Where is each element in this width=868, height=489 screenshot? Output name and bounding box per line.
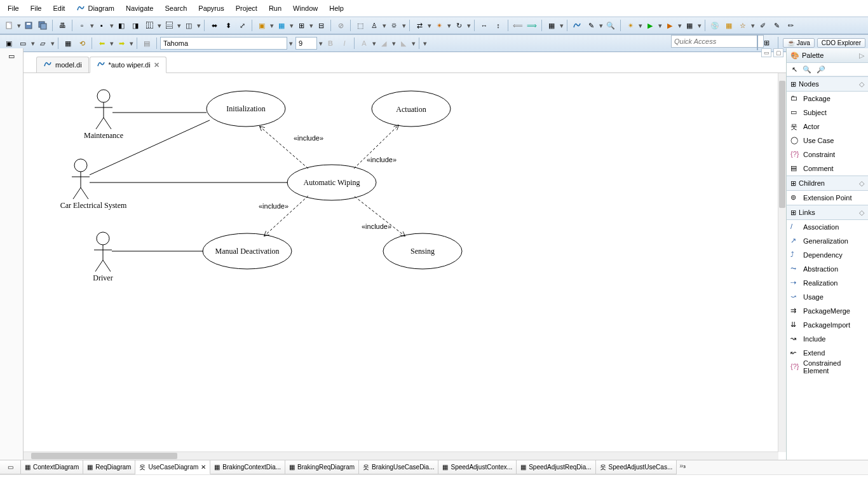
tb-icon[interactable]: ▦ — [683, 19, 696, 32]
usecase-actuation[interactable]: Actuation — [372, 91, 451, 127]
font-color-icon[interactable]: A — [358, 37, 370, 50]
save-icon[interactable] — [22, 19, 35, 32]
tb-icon[interactable]: ◨ — [129, 19, 142, 32]
tb-icon[interactable]: ↔ — [478, 19, 491, 32]
palette-item-package[interactable]: 🗀Package — [787, 92, 868, 106]
tb-icon[interactable]: ↻ — [452, 19, 465, 32]
tb-icon[interactable] — [571, 19, 583, 32]
run-icon[interactable]: ▶ — [644, 19, 656, 32]
tb-icon[interactable]: ⟲ — [76, 37, 88, 50]
menu-edit[interactable]: Edit — [48, 2, 70, 15]
tb-icon[interactable]: ✎ — [770, 19, 783, 32]
include-link[interactable]: «include» — [259, 196, 308, 236]
palette-item-association[interactable]: /Association — [787, 220, 868, 234]
menu-project[interactable]: Project — [231, 2, 262, 15]
palette-item-usecase[interactable]: ◯Use Case — [787, 134, 868, 148]
tb-icon[interactable]: ◧ — [115, 19, 128, 32]
subtab-brakingcontext[interactable]: ▦ BrakingContextDia... — [210, 460, 285, 474]
association[interactable] — [90, 120, 210, 175]
minimize-icon[interactable]: ▭ — [761, 48, 771, 57]
open-perspective-icon[interactable]: ⊞ — [761, 36, 773, 49]
zoom-out-icon[interactable]: 🔎 — [817, 65, 825, 74]
forward-icon[interactable]: ➡ — [115, 37, 128, 50]
tb-icon[interactable]: ▣ — [3, 37, 15, 50]
palette-item-realization[interactable]: ⇢Realization — [787, 276, 868, 290]
tb-icon[interactable]: ✴ — [433, 19, 445, 32]
tb-icon[interactable]: ▪ — [95, 19, 108, 32]
palette-item-include[interactable]: ↝Include — [787, 332, 868, 346]
palette-group-children[interactable]: ⊞Children◇ — [787, 176, 868, 191]
tb-icon[interactable]: ✎ — [585, 19, 597, 32]
menu-window[interactable]: Window — [288, 2, 323, 15]
font-size-select[interactable] — [295, 37, 317, 50]
tb-icon[interactable]: ☆ — [736, 19, 749, 32]
palette-item-abstraction[interactable]: ⤳Abstraction — [787, 262, 868, 276]
palette-item-actor[interactable]: 웃Actor — [787, 120, 868, 134]
back-icon[interactable]: ⬅ — [95, 37, 108, 50]
save-all-icon[interactable] — [36, 19, 49, 32]
tb-icon[interactable]: ⟸ — [512, 19, 524, 32]
include-link[interactable]: «include» — [260, 127, 323, 169]
menu-papyrus[interactable]: Papyrus — [193, 2, 229, 15]
actor-maintenance[interactable]: Maintenance — [84, 90, 123, 140]
tb-icon[interactable]: ▫ — [76, 19, 88, 32]
tb-icon[interactable]: ▦ — [275, 19, 288, 32]
minimized-icon[interactable]: ▭ — [0, 460, 21, 474]
subtab-context[interactable]: ▦ ContextDiagram — [21, 460, 83, 474]
tb-icon[interactable]: ▱ — [36, 37, 49, 50]
actor-driver[interactable]: Driver — [93, 232, 112, 282]
more-tabs-icon[interactable]: »₃ — [677, 460, 688, 474]
tb-icon[interactable]: ↕ — [492, 19, 505, 32]
tb-icon[interactable]: ▶ — [663, 19, 676, 32]
tb-icon[interactable]: ▦ — [62, 37, 74, 50]
usecase-sensing[interactable]: Sensing — [383, 233, 462, 269]
perspective-cdo[interactable]: CDO Explorer — [817, 38, 865, 48]
tb-icon[interactable]: ♙ — [368, 19, 381, 32]
font-family-select[interactable] — [160, 37, 287, 50]
new-icon[interactable] — [3, 19, 15, 32]
editor-tab-autowiper[interactable]: *auto wiper.di ✕ — [90, 57, 166, 73]
palette-group-links[interactable]: ⊞Links◇ — [787, 205, 868, 220]
tb-icon[interactable]: ⿳ — [163, 19, 175, 32]
tb-icon[interactable]: ⤢ — [236, 19, 248, 32]
include-link[interactable]: «include» — [354, 125, 398, 169]
tb-icon[interactable]: ✴ — [624, 19, 637, 32]
editor-tab-model[interactable]: model.di — [36, 57, 89, 72]
tb-icon[interactable]: ▣ — [255, 19, 268, 32]
tb-icon[interactable]: ⇄ — [413, 19, 426, 32]
perspective-java[interactable]: ☕Java — [783, 38, 815, 48]
italic-icon[interactable]: I — [338, 37, 351, 50]
subtab-speeduse[interactable]: 웃 SpeedAdjustUseCas... — [596, 460, 677, 474]
palette-item-extpoint[interactable]: ⊚Extension Point — [787, 191, 868, 205]
tb-icon[interactable]: ▦ — [545, 19, 558, 32]
menu-file[interactable]: File — [3, 2, 24, 15]
maximize-icon[interactable]: ▢ — [773, 48, 783, 57]
diagram-canvas[interactable]: Maintenance Car Electrical System — [24, 73, 767, 420]
fill-color-icon[interactable]: ◢ — [377, 37, 390, 50]
zoom-in-icon[interactable]: 🔍 — [803, 65, 811, 74]
canvas-scrollbar-horizontal[interactable] — [24, 451, 778, 460]
tb-icon[interactable]: ⊞ — [295, 19, 308, 32]
tb-icon[interactable]: ⿲ — [143, 19, 156, 32]
usecase-manual-deactivation[interactable]: Manual Deactivation — [203, 233, 292, 269]
print-icon[interactable]: 🖶 — [56, 19, 69, 32]
subtab-req[interactable]: ▦ ReqDiagram — [83, 460, 135, 474]
palette-item-constraint[interactable]: {?}Constraint — [787, 148, 868, 162]
subtab-usecase[interactable]: 웃 UseCaseDiagram ✕ — [135, 460, 210, 474]
palette-group-nodes[interactable]: ⊞Nodes◇ — [787, 76, 868, 92]
palette-item-packagemerge[interactable]: ⇉PackageMerge — [787, 304, 868, 318]
palette-item-dependency[interactable]: ⤴Dependency — [787, 248, 868, 262]
tb-icon[interactable]: ⊟ — [315, 19, 327, 32]
subtab-speedcontext[interactable]: ▦ SpeedAdjustContex... — [438, 460, 517, 474]
menu-run[interactable]: Run — [264, 2, 287, 15]
palette-item-constrained[interactable]: {?}Constrained Element — [787, 360, 868, 374]
quick-access-input[interactable] — [671, 35, 764, 48]
tb-icon[interactable]: ▭ — [17, 37, 29, 50]
canvas-scrollbar-vertical[interactable] — [778, 73, 786, 452]
palette-item-subject[interactable]: ▭Subject — [787, 106, 868, 120]
tb-icon[interactable]: ✐ — [756, 19, 769, 32]
tb-icon[interactable]: ◫ — [182, 19, 195, 32]
palette-item-extend[interactable]: ↜Extend — [787, 346, 868, 360]
collapse-icon[interactable]: ▷ — [859, 52, 864, 60]
tb-icon[interactable]: ▦ — [722, 19, 735, 32]
